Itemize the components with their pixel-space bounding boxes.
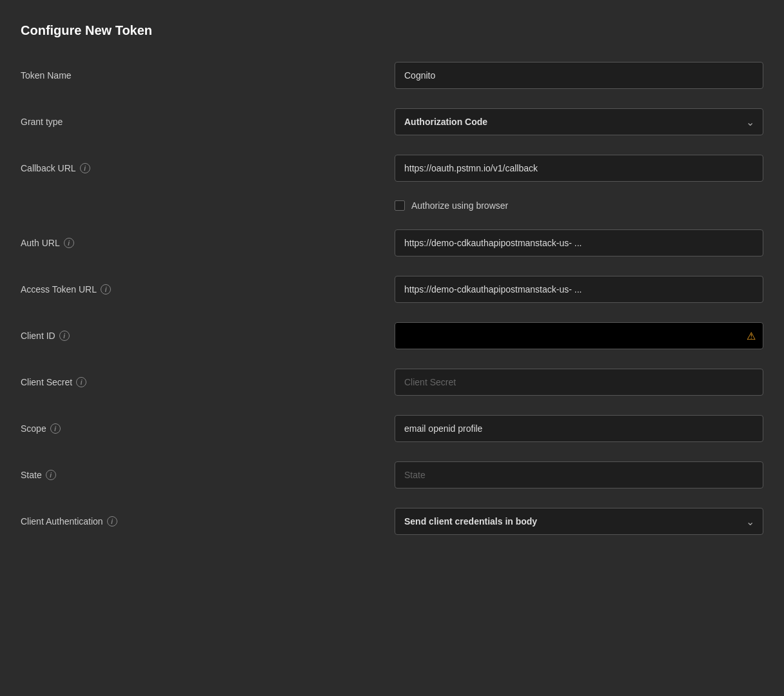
client-id-input[interactable] <box>395 322 763 349</box>
scope-row: Scope i <box>21 414 763 443</box>
callback-url-row: Callback URL i <box>21 154 763 182</box>
access-token-url-row: Access Token URL i <box>21 275 763 304</box>
auth-url-row: Auth URL i <box>21 229 763 257</box>
client-auth-info-icon: i <box>107 516 117 527</box>
client-secret-info-icon: i <box>76 377 86 387</box>
client-secret-row: Client Secret i <box>21 368 763 396</box>
auth-url-input[interactable] <box>395 229 763 256</box>
scope-info-icon: i <box>50 423 61 434</box>
token-name-label: Token Name <box>21 70 395 81</box>
state-info-icon: i <box>46 470 56 480</box>
grant-type-label: Grant type <box>21 117 395 127</box>
grant-type-row: Grant type Authorization Code Implicit C… <box>21 108 763 136</box>
client-secret-input[interactable] <box>395 369 763 396</box>
scope-label: Scope i <box>21 423 395 434</box>
page-title: Configure New Token <box>21 23 763 38</box>
authorize-browser-checkbox-wrapper[interactable]: Authorize using browser <box>395 200 508 211</box>
state-row: State i <box>21 461 763 489</box>
client-secret-label: Client Secret i <box>21 377 395 387</box>
access-token-url-label: Access Token URL i <box>21 284 395 295</box>
access-token-url-input[interactable] <box>395 276 763 303</box>
auth-url-label: Auth URL i <box>21 238 395 248</box>
client-auth-row: Client Authentication i Send client cred… <box>21 507 763 536</box>
client-auth-label: Client Authentication i <box>21 516 395 527</box>
grant-type-select-wrapper: Authorization Code Implicit Client Crede… <box>395 108 763 135</box>
state-input[interactable] <box>395 461 763 488</box>
callback-url-input[interactable] <box>395 155 763 182</box>
auth-url-info-icon: i <box>64 238 74 248</box>
client-id-row: Client ID i ⚠ <box>21 322 763 350</box>
authorize-browser-checkbox[interactable] <box>395 200 405 211</box>
client-auth-select[interactable]: Send client credentials in body Send as … <box>395 508 763 535</box>
token-name-row: Token Name <box>21 61 763 90</box>
client-id-info-icon: i <box>59 331 70 341</box>
access-token-url-info-icon: i <box>101 284 111 295</box>
client-id-input-wrapper: ⚠ <box>395 322 763 349</box>
authorize-browser-label: Authorize using browser <box>411 200 508 211</box>
state-label: State i <box>21 470 395 480</box>
client-auth-select-wrapper: Send client credentials in body Send as … <box>395 508 763 535</box>
client-id-warning-icon: ⚠ <box>747 330 756 342</box>
scope-input[interactable] <box>395 415 763 442</box>
token-name-input[interactable] <box>395 62 763 89</box>
callback-url-label: Callback URL i <box>21 163 395 173</box>
callback-url-info-icon: i <box>80 163 90 173</box>
authorize-browser-row: Authorize using browser <box>395 200 763 211</box>
grant-type-select[interactable]: Authorization Code Implicit Client Crede… <box>395 108 763 135</box>
client-id-label: Client ID i <box>21 331 395 341</box>
